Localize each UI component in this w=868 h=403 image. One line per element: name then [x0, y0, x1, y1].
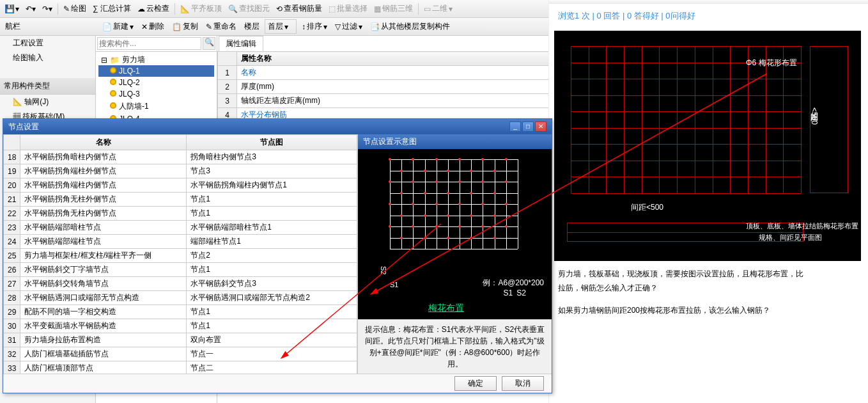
save-icon[interactable]: 💾▾	[3, 3, 22, 15]
copy-other-floor-button[interactable]: 📑 从其他楼层复制构件	[368, 20, 453, 33]
cad-label-desc: 顶板、底板、墙体拉结筋梅花形布置	[746, 221, 858, 231]
node-table-row[interactable]: 24 水平钢筋端部端柱节点 端部端柱节点1	[4, 235, 357, 249]
prop-corner	[218, 52, 237, 66]
node-table-row[interactable]: 32 人防门框墙基础插筋节点 节点一	[4, 347, 357, 361]
node-row-name: 人防门框墙顶部节点	[20, 361, 187, 374]
sort-button[interactable]: ↕ 排序 ▾	[299, 20, 330, 33]
node-row-fig[interactable]: 节点3	[187, 164, 357, 178]
proj-setting-button[interactable]: 工程设置	[0, 36, 95, 51]
node-row-fig[interactable]: 拐角暗柱内侧节点3	[187, 150, 357, 164]
view-2d-button[interactable]: ▭ 二维 ▾	[421, 2, 455, 15]
filter-button[interactable]: ▽ 过滤 ▾	[332, 20, 365, 33]
node-table-row[interactable]: 31 剪力墙身拉筋布置构造 双向布置	[4, 333, 357, 347]
node-row-name: 水平钢筋拐角端柱外侧节点	[20, 164, 187, 178]
tree-wall-group[interactable]: ⊟ 📁 剪力墙	[98, 54, 214, 65]
node-row-fig[interactable]: 水平钢筋拐角端柱内侧节点1	[187, 178, 357, 193]
node-table-row[interactable]: 18 水平钢筋拐角暗柱内侧节点 拐角暗柱内侧节点3	[4, 150, 357, 164]
node-row-fig[interactable]: 节点1	[187, 207, 357, 221]
s2-label-left: S2	[380, 266, 387, 274]
close-button[interactable]: ✕	[535, 122, 546, 132]
meihua-link[interactable]: 梅花布置	[428, 303, 464, 314]
node-table-row[interactable]: 33 人防门框墙顶部节点 节点二	[4, 361, 357, 374]
example-label: 例：A6@200*200	[483, 278, 544, 288]
node-row-fig[interactable]: 双向布置	[187, 333, 357, 347]
rename-button[interactable]: ✎ 重命名	[203, 20, 239, 33]
tree-node-jlq1[interactable]: JLQ-1	[98, 65, 214, 77]
node-row-fig[interactable]: 节点2	[187, 249, 357, 263]
search-go-button[interactable]: 🔍	[203, 37, 215, 50]
tree-node-jlq3[interactable]: JLQ-3	[98, 88, 214, 100]
axis-item[interactable]: 📐 轴网(J)	[0, 95, 95, 109]
search-input[interactable]	[97, 37, 201, 50]
node-table-row[interactable]: 28 水平钢筋遇洞口或端部无节点构造 水平钢筋遇洞口或端部无节点构造2	[4, 291, 357, 305]
copy-button[interactable]: 📋 复制	[169, 20, 201, 33]
view-rebar-button[interactable]: ⟲ 查看钢筋量	[274, 2, 325, 15]
maximize-button[interactable]: □	[522, 122, 534, 132]
node-row-num: 24	[4, 235, 20, 249]
node-row-fig[interactable]: 节点1	[187, 305, 357, 319]
node-row-fig[interactable]: 水平钢筋斜交节点3	[187, 277, 357, 291]
cloud-check-button[interactable]: ☁ 云检查	[135, 2, 172, 15]
node-table-row[interactable]: 23 水平钢筋端部暗柱节点 水平钢筋端部暗柱节点1	[4, 221, 357, 235]
prop-row-num: 1	[218, 66, 237, 80]
delete-button[interactable]: ✕ 删除	[139, 20, 167, 33]
node-table-row[interactable]: 25 剪力墙与框架柱/框支柱/端柱平齐一侧 节点2	[4, 249, 357, 263]
flat-top-button[interactable]: 📐 平齐板顶	[178, 2, 224, 15]
node-row-num: 29	[4, 305, 20, 319]
rebar-3d-button[interactable]: ▦ 钢筋三维	[371, 2, 415, 15]
new-button[interactable]: 📄 新建 ▾	[100, 20, 136, 33]
node-table-row[interactable]: 21 水平钢筋拐角无柱外侧节点 节点1	[4, 193, 357, 207]
node-table-row[interactable]: 29 配筋不同的墙一字相交构造 节点1	[4, 305, 357, 319]
node-table-row[interactable]: 19 水平钢筋拐角端柱外侧节点 节点3	[4, 164, 357, 178]
node-table-row[interactable]: 22 水平钢筋拐角无柱内侧节点 节点1	[4, 207, 357, 221]
node-table-row[interactable]: 30 水平变截面墙水平钢筋构造 节点1	[4, 319, 357, 333]
node-settings-dialog: 节点设置 _ □ ✕ 名称 节点图 18 水平钢筋拐角暗柱内侧节点 拐角暗柱内侧…	[3, 118, 552, 393]
node-row-name: 水平钢筋拐角暗柱内侧节点	[20, 150, 187, 164]
floor-select[interactable]: 首层 ▾	[265, 19, 297, 34]
s1-label: S1	[390, 281, 398, 288]
minimize-button[interactable]: _	[509, 122, 521, 132]
undo-icon[interactable]: ↶▾	[23, 3, 38, 15]
draw-input-button[interactable]: 绘图输入	[0, 51, 95, 65]
node-row-name: 配筋不同的墙一字相交构造	[20, 305, 187, 319]
hint-label: 提示信息：	[365, 325, 403, 334]
node-row-fig[interactable]: 节点1	[187, 263, 357, 277]
batch-select-button[interactable]: ⬚ 批量选择	[326, 2, 370, 15]
node-row-name: 剪力墙身拉筋布置构造	[20, 333, 187, 347]
node-row-fig[interactable]: 节点一	[187, 347, 357, 361]
browser-panel: 浏览1 次 | 0 回答 | 0 答得好 | 0问得好 Φ6 梅花形布置 间距<…	[548, 0, 868, 403]
cancel-button[interactable]: 取消	[502, 376, 544, 391]
ok-button[interactable]: 确定	[454, 376, 497, 391]
s1s2-label: S1 S2	[504, 288, 527, 297]
node-row-num: 33	[4, 361, 20, 374]
sum-button[interactable]: ∑ 汇总计算	[90, 2, 134, 15]
find-elem-button[interactable]: 🔍 查找图元	[226, 2, 272, 15]
node-row-fig[interactable]: 水平钢筋端部暗柱节点1	[187, 221, 357, 235]
article-p1: 剪力墙，筏板基础，现浇板顶，需要按图示设置拉筋，且梅花形布置，比	[558, 267, 859, 281]
node-row-num: 28	[4, 291, 20, 305]
prop-row-num: 2	[218, 80, 237, 94]
node-row-num: 30	[4, 319, 20, 333]
node-row-fig[interactable]: 水平钢筋遇洞口或端部无节点构造2	[187, 291, 357, 305]
node-table-row[interactable]: 20 水平钢筋拐角端柱内侧节点 水平钢筋拐角端柱内侧节点1	[4, 178, 357, 193]
redo-icon[interactable]: ↷▾	[40, 3, 55, 15]
node-row-name: 剪力墙与框架柱/框支柱/端柱平齐一侧	[20, 249, 187, 263]
node-row-name: 水平变截面墙水平钢筋构造	[20, 319, 187, 333]
node-row-num: 23	[4, 221, 20, 235]
node-row-fig[interactable]: 节点1	[187, 193, 357, 207]
node-row-name: 水平钢筋拐角无柱内侧节点	[20, 207, 187, 221]
node-row-fig[interactable]: 端部端柱节点1	[187, 235, 357, 249]
node-row-name: 水平钢筋遇洞口或端部无节点构造	[20, 291, 187, 305]
article-p3: 如果剪力墙钢筋间距200按梅花形布置拉筋，该怎么输入钢筋？	[558, 304, 859, 318]
property-tab[interactable]: 属性编辑	[219, 36, 263, 51]
tree-node-jlq2[interactable]: JLQ-2	[98, 77, 214, 88]
tree-node-rfq1[interactable]: 人防墙-1	[98, 100, 214, 113]
node-table-row[interactable]: 27 水平钢筋斜交转角墙节点 水平钢筋斜交节点3	[4, 277, 357, 291]
node-row-num: 31	[4, 333, 20, 347]
node-row-fig[interactable]: 节点1	[187, 319, 357, 333]
node-table-row[interactable]: 26 水平钢筋斜交丁字墙节点 节点1	[4, 263, 357, 277]
draw-button[interactable]: ✎ 绘图	[61, 2, 89, 15]
cad-diagram: Φ6 梅花形布置 间距<500 间距<500 顶板、底板、墙体拉结筋梅花形布置 …	[554, 31, 861, 261]
node-row-name: 人防门框墙基础插筋节点	[20, 347, 187, 361]
node-row-fig[interactable]: 节点二	[187, 361, 357, 374]
